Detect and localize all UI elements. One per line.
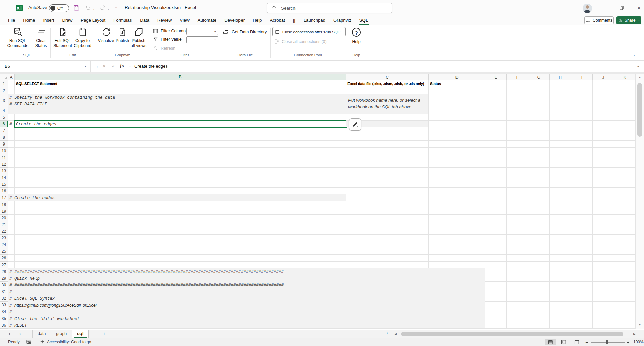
cell-hyperlink[interactable]: https://github.com/jjlong150/AceSqlForEx…	[14, 303, 97, 308]
cell-C1[interactable]: Excel data file (.xlsx, .xlsm, .xlsb, or…	[347, 81, 424, 86]
row-header-12[interactable]: 12	[0, 161, 8, 168]
row-header-36[interactable]: 36	[0, 322, 8, 329]
ribbon-tab-graphviz[interactable]: Graphviz	[329, 16, 355, 25]
row-header-13[interactable]: 13	[0, 168, 8, 174]
ribbon-tab-data[interactable]: Data	[136, 16, 153, 25]
selection-fill-handle[interactable]	[345, 126, 347, 129]
get-data-directory-label[interactable]: Get Data Directory	[232, 30, 267, 34]
ribbon-tab-insert[interactable]: Insert	[39, 16, 58, 25]
col-header-J[interactable]: J	[593, 74, 614, 80]
quick-access-more-icon[interactable]: ⌄	[115, 5, 117, 10]
row-header-21[interactable]: 21	[0, 221, 8, 228]
insert-function-icon[interactable]: fx	[120, 63, 124, 68]
cell-B1[interactable]: SQL SELECT Statement	[16, 81, 57, 86]
close-connections-after-run-sql-button[interactable]: Close connections after 'Run SQL'	[272, 27, 346, 36]
row-header-35[interactable]: 35	[0, 315, 8, 322]
row-header-1[interactable]: 1	[0, 80, 8, 87]
formula-bar-value[interactable]: Create the edges	[134, 64, 168, 69]
ribbon-tab-draw[interactable]: Draw	[58, 16, 76, 25]
cell-A17[interactable]: # Create the nodes	[9, 195, 55, 201]
fx-chevron-icon[interactable]: ⌄	[129, 65, 131, 68]
visualize-button[interactable]: Visualize	[96, 27, 116, 43]
col-header-I[interactable]: I	[571, 74, 593, 80]
autosave-toggle[interactable]: Off	[49, 4, 69, 12]
help-icon[interactable]: ?	[352, 28, 361, 37]
col-header-H[interactable]: H	[550, 74, 571, 80]
cancel-icon[interactable]: ✕	[102, 64, 106, 69]
ribbon-tab-developer[interactable]: Developer	[220, 16, 249, 25]
row-header-16[interactable]: 16	[0, 188, 8, 194]
ribbon-tab-sql[interactable]: SQL	[355, 16, 372, 25]
row-header-27[interactable]: 27	[0, 262, 8, 268]
collapse-ribbon-icon[interactable]: ⌄	[633, 52, 636, 57]
row-header-7[interactable]: 7	[0, 127, 8, 134]
zoom-slider-handle[interactable]	[606, 340, 608, 344]
hscroll-right-icon[interactable]: ▶	[633, 332, 636, 336]
zoom-level[interactable]: 100%	[633, 340, 644, 344]
filter-column-select[interactable]: ⌄	[186, 28, 218, 35]
ribbon-tab--[interactable]: ||	[289, 16, 300, 25]
enter-icon[interactable]: ✓	[112, 64, 115, 69]
scroll-down-icon[interactable]: ▼	[636, 323, 644, 326]
close-button[interactable]: ✕	[634, 4, 644, 12]
sheet-tab-data[interactable]: data	[32, 330, 51, 338]
row-header-19[interactable]: 19	[0, 208, 8, 215]
row-header-31[interactable]: 31	[0, 288, 8, 295]
row-header-22[interactable]: 22	[0, 228, 8, 235]
ribbon-tab-formulas[interactable]: Formulas	[109, 16, 136, 25]
col-header-K[interactable]: K	[614, 74, 636, 80]
sheet-nav-right-icon[interactable]: ›	[19, 331, 21, 336]
avatar[interactable]	[583, 4, 592, 13]
row-header-24[interactable]: 24	[0, 241, 8, 248]
select-all-corner[interactable]	[0, 74, 8, 80]
view-page-layout-button[interactable]	[558, 339, 569, 345]
cell-A32[interactable]: # Excel SQL Syntax	[9, 295, 55, 302]
ribbon-tab-page-layout[interactable]: Page Layout	[76, 16, 109, 25]
cell-A33[interactable]: # https://github.com/jjlong150/AceSqlFor…	[9, 302, 97, 309]
macro-record-icon[interactable]	[26, 339, 32, 345]
col-header-F[interactable]: F	[507, 74, 528, 80]
row-header-4[interactable]: 4	[0, 107, 8, 114]
expand-formula-bar-icon[interactable]: ⌄	[637, 64, 640, 68]
cell-A6[interactable]: #	[9, 121, 12, 128]
vertical-scrollbar-thumb[interactable]	[637, 83, 642, 137]
view-page-break-button[interactable]	[571, 339, 582, 345]
filter-value-select[interactable]: ⌄	[186, 36, 218, 43]
row-header-18[interactable]: 18	[0, 201, 8, 208]
cell-D1[interactable]: Status	[430, 81, 441, 86]
row-header-15[interactable]: 15	[0, 181, 8, 188]
refresh-label[interactable]: Refresh	[161, 46, 175, 51]
ribbon-tab-view[interactable]: View	[176, 16, 193, 25]
sheet-bar-kebab-icon[interactable]: ⋮	[385, 331, 389, 336]
col-header-D[interactable]: D	[429, 74, 485, 80]
row-header-34[interactable]: 34	[0, 308, 8, 315]
help-button-label[interactable]: Help	[346, 39, 366, 44]
row-header-8[interactable]: 8	[0, 134, 8, 141]
undo-icon[interactable]	[85, 4, 91, 11]
row-header-32[interactable]: 32	[0, 295, 8, 302]
status-mode[interactable]: Ready	[8, 340, 20, 344]
row-header-33[interactable]: 33	[0, 302, 8, 308]
row-header-11[interactable]: 11	[0, 154, 8, 161]
col-header-E[interactable]: E	[485, 74, 507, 80]
ribbon-tab-acrobat[interactable]: Acrobat	[266, 16, 289, 25]
cell-A36[interactable]: # RESET	[9, 322, 27, 329]
row-header-30[interactable]: 30	[0, 282, 8, 288]
worksheet-grid[interactable]: ABCDEFGHIJK12345678910111213141516171819…	[0, 74, 636, 329]
ribbon-tab-help[interactable]: Help	[249, 16, 266, 25]
sheet-tab-sql[interactable]: sql	[72, 330, 89, 338]
name-box-chevron-icon[interactable]: ⌄	[84, 64, 87, 67]
name-box[interactable]: B6 ⌄	[0, 61, 91, 72]
redo-chevron-icon[interactable]: ⌄	[107, 7, 110, 10]
cell-A31[interactable]: #	[9, 289, 12, 295]
hscroll-left-icon[interactable]: ◀	[394, 332, 397, 336]
share-button[interactable]: Share ⌄	[616, 16, 641, 24]
cell-C3[interactable]: Put workbook name here, or select a work…	[348, 97, 420, 110]
edit-sql-cell-button[interactable]	[349, 118, 361, 131]
cell-A30[interactable]: # ######################################…	[9, 282, 284, 289]
row-header-9[interactable]: 9	[0, 141, 8, 148]
search-input[interactable]: Search	[267, 3, 392, 13]
cell-A35[interactable]: # Clear the 'data' worksheet	[9, 315, 80, 322]
zoom-out-button[interactable]: −	[585, 340, 588, 345]
row-header-20[interactable]: 20	[0, 215, 8, 221]
